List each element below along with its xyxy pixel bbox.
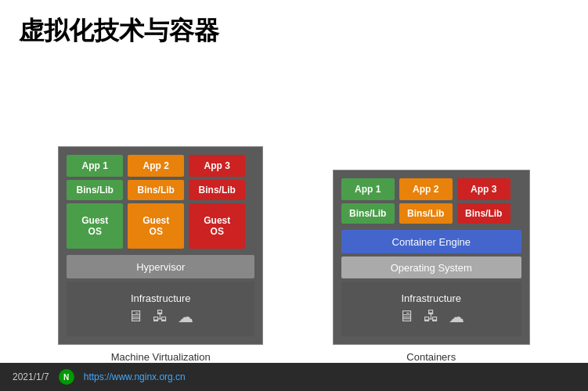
vm-bins2: Bins/Lib bbox=[128, 180, 184, 200]
vm-app1: App 1 bbox=[67, 155, 123, 177]
cont-app3: App 3 bbox=[457, 178, 510, 200]
cont-bins1: Bins/Lib bbox=[341, 203, 395, 224]
nginx-logo: N bbox=[59, 369, 74, 385]
footer-date: 2021/1/7 bbox=[13, 371, 49, 382]
vm-app3: App 3 bbox=[189, 155, 245, 177]
vm-bins1: Bins/Lib bbox=[67, 180, 123, 200]
right-diagram: App 1 Bins/Lib App 2 Bins/Lib App 3 Bins… bbox=[333, 170, 530, 363]
cont-columns: App 1 Bins/Lib App 2 Bins/Lib App 3 Bins… bbox=[341, 178, 521, 224]
vm-infra-label: Infrastructure bbox=[131, 292, 191, 304]
vm-bins3: Bins/Lib bbox=[189, 180, 245, 200]
cont-app1: App 1 bbox=[341, 178, 395, 200]
footer-url: https://www.nginx.org.cn bbox=[84, 371, 186, 382]
cont-col-1: App 1 Bins/Lib bbox=[341, 178, 395, 224]
slide-title: 虚拟化技术与容器 bbox=[0, 0, 588, 56]
cont-bins3: Bins/Lib bbox=[457, 203, 510, 224]
vm-app2: App 2 bbox=[128, 155, 184, 177]
vm-guestos3: GuestOS bbox=[189, 203, 245, 249]
vm-infra-box: Infrastructure 🖥 🖧 ☁ bbox=[67, 282, 254, 336]
cont-infra-label: Infrastructure bbox=[401, 292, 461, 304]
server-icon: 🖧 bbox=[153, 307, 168, 326]
cont-infra-icons: 🖥 🖧 ☁ bbox=[399, 307, 464, 326]
container-engine-box: Container Engine bbox=[341, 230, 521, 253]
cont-label: Containers bbox=[406, 351, 456, 363]
vm-columns: App 1 Bins/Lib GuestOS App 2 Bins/Lib Gu… bbox=[67, 155, 254, 249]
vm-infra-icons: 🖥 🖧 ☁ bbox=[128, 307, 193, 326]
vm-guestos2: GuestOS bbox=[128, 203, 184, 249]
operating-system-box: Operating System bbox=[341, 256, 521, 278]
cont-server-icon: 🖧 bbox=[424, 307, 439, 326]
footer-bar: 2021/1/7 N https://www.nginx.org.cn bbox=[0, 363, 588, 391]
vm-col-2: App 2 Bins/Lib GuestOS bbox=[128, 155, 184, 249]
cont-cloud-icon: ☁ bbox=[449, 307, 464, 326]
vm-diagram-inner: App 1 Bins/Lib GuestOS App 2 Bins/Lib Gu… bbox=[58, 146, 263, 345]
cloud-icon: ☁ bbox=[178, 307, 193, 326]
vm-col-1: App 1 Bins/Lib GuestOS bbox=[67, 155, 123, 249]
monitor-icon: 🖥 bbox=[128, 307, 143, 326]
nginx-logo-letter: N bbox=[63, 373, 69, 382]
cont-bins2: Bins/Lib bbox=[399, 203, 453, 224]
slide: 虚拟化技术与容器 App 1 Bins/Lib GuestOS App 2 Bi… bbox=[0, 0, 588, 391]
vm-label: Machine Virtualization bbox=[111, 351, 211, 363]
cont-monitor-icon: 🖥 bbox=[399, 307, 414, 326]
cont-col-3: App 3 Bins/Lib bbox=[457, 178, 510, 224]
cont-app2: App 2 bbox=[399, 178, 453, 200]
left-diagram: App 1 Bins/Lib GuestOS App 2 Bins/Lib Gu… bbox=[58, 146, 263, 363]
cont-col-2: App 2 Bins/Lib bbox=[399, 178, 453, 224]
vm-col-3: App 3 Bins/Lib GuestOS bbox=[189, 155, 245, 249]
cont-infra-box: Infrastructure 🖥 🖧 ☁ bbox=[341, 282, 521, 336]
cont-diagram-inner: App 1 Bins/Lib App 2 Bins/Lib App 3 Bins… bbox=[333, 170, 530, 345]
diagrams-container: App 1 Bins/Lib GuestOS App 2 Bins/Lib Gu… bbox=[0, 56, 588, 363]
hypervisor-box: Hypervisor bbox=[67, 255, 254, 278]
vm-guestos1: GuestOS bbox=[67, 203, 123, 249]
